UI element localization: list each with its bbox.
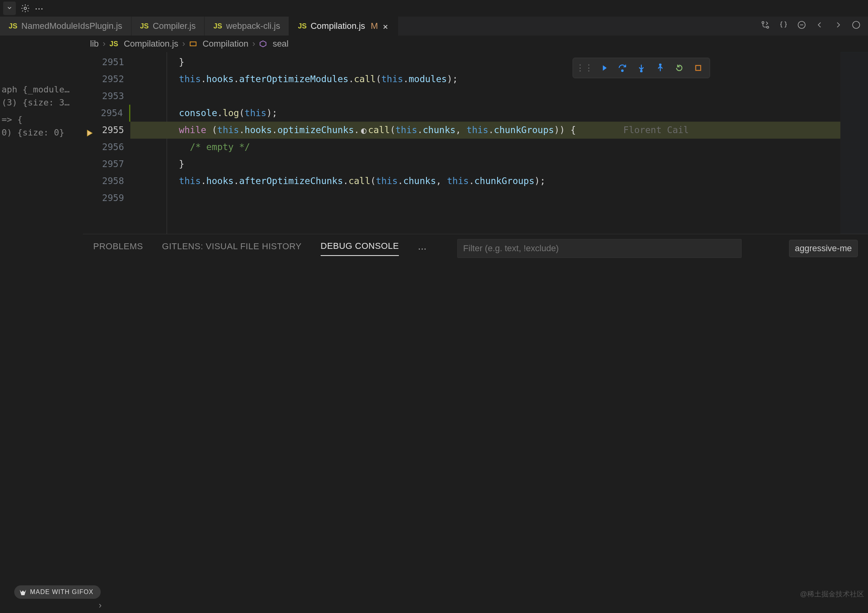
code-editor[interactable]: 295129522953295429552956295729582959 } t… bbox=[83, 52, 868, 234]
js-file-icon: JS bbox=[140, 22, 149, 30]
run-icon[interactable] bbox=[797, 20, 806, 32]
chevron-right-icon: › bbox=[252, 39, 255, 49]
js-file-icon: JS bbox=[9, 22, 17, 30]
breadcrumb-folder[interactable]: lib bbox=[90, 39, 99, 49]
bottom-panel: PROBLEMS GITLENS: VISUAL FILE HISTORY DE… bbox=[83, 234, 868, 613]
tab-compiler[interactable]: JS Compiler.js bbox=[132, 17, 205, 36]
code-line[interactable]: } bbox=[130, 54, 840, 71]
filter-input[interactable] bbox=[457, 239, 742, 258]
ellipsis-icon[interactable]: ··· bbox=[35, 2, 43, 15]
line-gutter[interactable]: 295129522953295429552956295729582959 bbox=[83, 52, 130, 234]
breadcrumb-class[interactable]: Compilation bbox=[203, 39, 248, 49]
breadcrumb-file[interactable]: Compilation.js bbox=[124, 39, 178, 49]
svg-point-2 bbox=[767, 26, 769, 28]
close-icon[interactable] bbox=[382, 23, 389, 30]
js-file-icon: JS bbox=[213, 22, 222, 30]
code-line[interactable]: this.hooks.afterOptimizeModules.call(thi… bbox=[130, 71, 840, 88]
code-line[interactable] bbox=[130, 88, 840, 105]
variable-row[interactable]: => { bbox=[0, 113, 83, 126]
compare-icon[interactable] bbox=[761, 20, 770, 32]
ellipsis-icon[interactable]: ··· bbox=[418, 243, 426, 255]
breadcrumb-method[interactable]: seal bbox=[272, 39, 288, 49]
gear-icon[interactable] bbox=[21, 4, 30, 13]
code-line[interactable] bbox=[130, 190, 840, 207]
chevron-right-icon: › bbox=[182, 39, 185, 49]
tab-label: NamedModuleIdsPlugin.js bbox=[21, 21, 122, 31]
editor-tabs: JS NamedModuleIdsPlugin.js JS Compiler.j… bbox=[0, 17, 868, 36]
js-file-icon: JS bbox=[109, 40, 118, 48]
code-content[interactable]: } this.hooks.afterOptimizeModules.call(t… bbox=[130, 52, 840, 234]
back-icon[interactable] bbox=[815, 20, 825, 32]
debug-target-select[interactable]: aggressive-me bbox=[789, 240, 858, 257]
title-bar: ··· bbox=[0, 0, 868, 17]
minimap[interactable] bbox=[840, 52, 868, 234]
tab-named-module-ids[interactable]: JS NamedModuleIdsPlugin.js bbox=[0, 17, 132, 36]
nav-dropdown[interactable] bbox=[3, 2, 16, 15]
class-icon bbox=[189, 40, 197, 48]
panel-tab-problems[interactable]: PROBLEMS bbox=[93, 241, 143, 256]
panel-tab-gitlens[interactable]: GITLENS: VISUAL FILE HISTORY bbox=[162, 241, 301, 256]
chevron-right-icon[interactable]: › bbox=[99, 600, 101, 611]
modified-indicator: M bbox=[371, 21, 378, 31]
forward-icon[interactable] bbox=[833, 20, 843, 32]
svg-point-1 bbox=[762, 22, 764, 24]
gifox-watermark: MADE WITH GIFOX bbox=[14, 585, 101, 599]
braces-icon[interactable] bbox=[779, 20, 788, 32]
chevron-right-icon: › bbox=[103, 39, 105, 49]
svg-point-4 bbox=[853, 21, 860, 28]
debug-variables-panel: aph {_module… (3) {size: 3… => { 0) {siz… bbox=[0, 36, 83, 613]
variable-row[interactable]: (3) {size: 3… bbox=[0, 96, 83, 109]
method-icon bbox=[259, 40, 267, 48]
code-line[interactable]: console.log(this); bbox=[130, 105, 840, 122]
code-line[interactable]: while (this.hooks.optimizeChunks.◐call(t… bbox=[130, 122, 840, 139]
community-watermark: @稀土掘金技术社区 bbox=[800, 589, 864, 599]
breakpoint-icon[interactable] bbox=[85, 126, 93, 143]
tab-webpack-cli[interactable]: JS webpack-cli.js bbox=[205, 17, 289, 36]
tab-label: Compilation.js bbox=[310, 21, 365, 31]
code-line[interactable]: this.hooks.afterOptimizeChunks.call(this… bbox=[130, 173, 840, 190]
code-line[interactable]: } bbox=[130, 156, 840, 173]
tab-label: Compiler.js bbox=[153, 21, 196, 31]
breadcrumb[interactable]: lib › JS Compilation.js › Compilation › … bbox=[83, 36, 868, 52]
variable-row[interactable]: 0) {size: 0} bbox=[0, 126, 83, 139]
js-file-icon: JS bbox=[298, 22, 306, 30]
info-icon[interactable] bbox=[851, 20, 861, 32]
code-line[interactable]: /* empty */ bbox=[130, 139, 840, 156]
panel-tab-debug-console[interactable]: DEBUG CONSOLE bbox=[321, 241, 399, 256]
tab-label: webpack-cli.js bbox=[226, 21, 280, 31]
svg-point-0 bbox=[24, 7, 26, 9]
variable-row[interactable]: aph {_module… bbox=[0, 83, 83, 96]
fox-icon bbox=[19, 589, 27, 598]
tab-compilation[interactable]: JS Compilation.js M bbox=[289, 17, 398, 36]
